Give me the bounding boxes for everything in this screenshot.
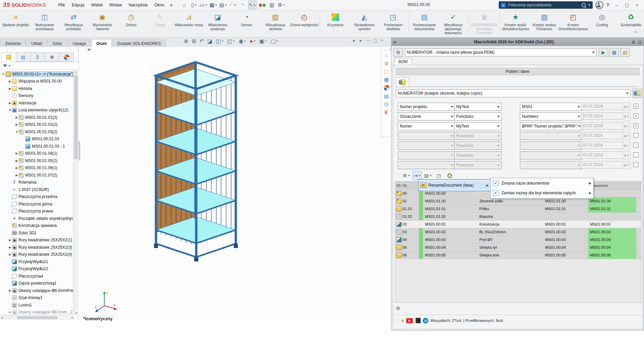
tree-item[interactable]: Płaszczyzna4 (0, 273, 73, 280)
options-icon[interactable]: ⚙▼ (277, 1, 286, 9)
tree-item[interactable]: ▶MS01.00.01.04(1) (0, 150, 73, 157)
ribbon-button-wykrywanie-przenikania[interactable]: ◫Wykrywanie przenikania (30, 10, 59, 37)
tree-item[interactable]: ∷Szyk liniowy1 (0, 294, 73, 302)
file-properties-icon[interactable]: ▥ (268, 1, 276, 9)
ribbon-button-wizualizacja-złożenia[interactable]: ▧Wizualizacja złożenia (261, 10, 290, 37)
settings-gear-icon[interactable]: ⚙▼ (402, 171, 411, 180)
open-external-icon[interactable]: ◳ (434, 171, 443, 180)
form-field-0-value[interactable]: MS01 (520, 103, 582, 111)
tree-item[interactable]: ▶◉Rury kwadratowe 25X25X2(1) (0, 237, 73, 244)
form-checkbox-6[interactable] (633, 162, 638, 167)
panel-collapse-icon[interactable]: » (393, 39, 396, 45)
tree-item[interactable]: ▶◍Otwory ustalające Ø8.0mm...2 (0, 309, 73, 315)
close-button[interactable]: × (632, 1, 642, 9)
file-explorer-icon[interactable]: ▢ (384, 69, 389, 74)
copy-properties-icon[interactable]: ▤▼ (423, 171, 433, 180)
tree-item[interactable]: ▶Historia (0, 85, 73, 92)
ribbon-button-sprawdzenie-symetrii[interactable]: ◭Sprawdzenie symetrii (350, 10, 379, 37)
tree-item[interactable]: ⌖Początek układu współrzędnych (0, 215, 73, 222)
displaymanager-tab[interactable] (59, 52, 74, 62)
search-input[interactable]: » Polecenia wyszukiwania ▼ (499, 1, 593, 9)
chevron-right-icon[interactable]: ▶ (15, 152, 19, 155)
chevron-down-icon[interactable]: ▼ (1, 72, 5, 76)
ribbon-button-kreator-driveworksxpress[interactable]: ◰Kreator DriveWorksXpress (559, 10, 588, 37)
submenu-item-1[interactable]: ✓Zamian nazwy dla brył elementów ciętych… (491, 188, 593, 198)
macro-grid-icon[interactable]: ▦ (609, 48, 619, 57)
propertymanager-tab[interactable]: ▤ (16, 52, 31, 62)
preview-search-icon[interactable] (445, 171, 454, 180)
zoom-fit-icon[interactable]: ⊕ (183, 38, 189, 45)
ribbon-button-porównywanie-dokumentów[interactable]: ▤Porównywanie dokumentów (410, 10, 439, 37)
ribbon-button-costing[interactable]: ◎Costing (588, 10, 616, 37)
bom-row-05[interactable]: 05MS01.00.04Sklejka tyłMS01.00.04MS01.00… (395, 244, 641, 251)
form-checkbox-5[interactable] (633, 152, 638, 157)
tree-item[interactable]: Konstrukcja spawana (0, 222, 73, 230)
filter-funnel-icon[interactable] (3, 64, 7, 67)
chevron-right-icon[interactable]: ▶ (8, 253, 12, 256)
macro-select[interactable]: NUMERATOR - zmiana nazw plików (poza PDM… (405, 48, 597, 56)
ribbon-button-kreator-analizy-floxpress[interactable]: ▨Kreator analizy FloXpress (530, 10, 559, 37)
ribbon-button-badanie-projektu[interactable]: ⌗Badanie projektu (1, 10, 30, 37)
previous-view-icon[interactable]: ↶ (199, 38, 205, 45)
chevron-right-icon[interactable]: ▶ (15, 166, 19, 169)
tree-item[interactable]: MS01.00.01.03 - 1 (0, 143, 73, 150)
chevron-down-icon[interactable]: ▼ (8, 108, 12, 112)
tree-item[interactable]: 3DSzkic 3D1 (0, 229, 73, 237)
custom-properties-icon[interactable]: ▤ (384, 94, 389, 99)
tree-item[interactable]: ▶MS01.00.01.07(2) (0, 172, 73, 179)
ribbon-button-wyrównanie-otworów[interactable]: ◉Wyrównanie otworów (88, 10, 117, 37)
tree-item[interactable]: ΣRównania (0, 179, 73, 186)
panel-pin-icon[interactable]: ⊡ (638, 40, 642, 45)
search-dropdown-icon[interactable]: ▼ (588, 3, 591, 7)
macro-export-icon[interactable]: ▤ (620, 48, 630, 57)
form-checkbox-0[interactable]: ✓ (633, 104, 638, 109)
menu-wstaw[interactable]: Wstaw (106, 1, 125, 9)
home-taskpane-icon[interactable]: ⌂ (385, 53, 388, 58)
scroll-thumb[interactable] (17, 316, 57, 319)
tree-item[interactable]: ▶◍Otwory ustalające Ø8.0mmPre (0, 287, 73, 294)
chevron-right-icon[interactable]: ▶ (15, 123, 19, 126)
form-checkbox-4[interactable] (633, 143, 638, 148)
chevron-down-icon[interactable]: ▼ (15, 130, 19, 134)
dimxpertmanager-tab[interactable]: ⊕ (45, 52, 59, 62)
graphics-viewport[interactable]: y x z (78, 47, 390, 322)
pane-left-icon[interactable]: ◄ (352, 38, 356, 43)
tree-item[interactable]: ▶MS01.00.01.06(1) (0, 164, 73, 172)
open-icon[interactable]: ▭▼ (200, 1, 208, 9)
scroll-thumb[interactable] (74, 75, 78, 159)
ribbon-button-weryfikacja-prześwitu[interactable]: ⇄Weryfikacja prześwitu (59, 10, 88, 37)
home-icon[interactable]: ⌂ (180, 1, 189, 9)
get-data-button[interactable]: Pobierz dane (396, 68, 639, 75)
view-settings-icon[interactable]: ▢▼ (270, 38, 280, 45)
form-field-1-value[interactable]: Numbers (520, 112, 582, 120)
submenu-checkbox-0[interactable]: ✓ (493, 180, 499, 186)
scene-icon[interactable]: ▣▼ (258, 38, 268, 45)
tree-item[interactable]: Płaszczyzna przednia (0, 193, 73, 201)
youtube-icon[interactable]: ▶ (406, 318, 413, 323)
new-document-icon[interactable]: ▯▼ (190, 1, 199, 9)
menu-plik[interactable]: Plik (55, 1, 68, 9)
submenu-item-0[interactable]: ✓Zmiana nazw dokumentów▶ (491, 178, 593, 188)
tree-item[interactable]: ≡1.0037 (S235JR) (0, 186, 73, 193)
chevron-right-icon[interactable]: ▶ (15, 174, 19, 177)
bom-row-06[interactable]: 06MS01.00.05Sklejka bokMS01.00.05MS01.00… (395, 251, 641, 259)
menu-widok[interactable]: Widok (88, 1, 106, 9)
expand-chevrons-icon[interactable]: » (402, 319, 404, 322)
form-checkbox-1[interactable]: ✓ (633, 113, 638, 118)
ribbon-button-ocena-wydajności[interactable]: ◴Ocena wydajności (290, 10, 319, 37)
tree-item[interactable]: ▶◉Rury kwadratowe 25X25X2(4) (0, 251, 73, 258)
chevron-right-icon[interactable]: ▶ (8, 246, 12, 249)
ribbon-button-właściwości-przekroju[interactable]: ◪Właściwości przekroju (203, 10, 232, 37)
form-field-2-property[interactable]: Numer (398, 122, 455, 130)
search-icon[interactable] (582, 3, 586, 7)
rebuild-icon[interactable] (258, 1, 267, 9)
tab-oceń[interactable]: Oceń (91, 39, 112, 48)
numerator-settings-icon[interactable] (633, 89, 642, 98)
teamviewer-icon[interactable]: ⇄ (423, 318, 428, 324)
save-icon[interactable]: ▦▼ (209, 1, 218, 9)
form-field-2-value[interactable]: $PRP:"Numer projektu".$PRP:" (520, 122, 582, 130)
tree-item[interactable]: ▶MS01.00.01.01(2) (0, 114, 73, 121)
bom-icon-tab[interactable] (396, 77, 409, 87)
tree-item[interactable]: Cięcie powierzchnią1 (0, 280, 73, 287)
tree-item[interactable]: ▶MS01.00.01.05(2) (0, 157, 73, 164)
